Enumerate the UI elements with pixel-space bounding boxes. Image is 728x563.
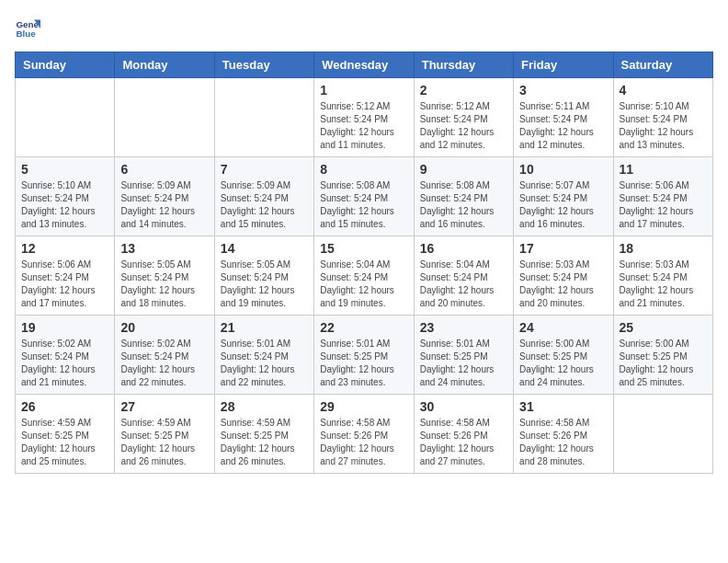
day-cell: 17Sunrise: 5:03 AM Sunset: 5:24 PM Dayli… (514, 236, 613, 316)
day-number: 18 (620, 241, 707, 256)
day-info: Sunrise: 4:58 AM Sunset: 5:26 PM Dayligh… (420, 417, 507, 468)
week-row-2: 5Sunrise: 5:10 AM Sunset: 5:24 PM Daylig… (16, 157, 713, 236)
day-cell: 25Sunrise: 5:00 AM Sunset: 5:25 PM Dayli… (613, 316, 712, 395)
day-number: 13 (120, 241, 208, 256)
day-cell (115, 78, 214, 157)
day-number: 2 (420, 83, 507, 98)
day-number: 28 (221, 399, 308, 414)
day-info: Sunrise: 5:01 AM Sunset: 5:25 PM Dayligh… (320, 338, 407, 389)
day-number: 3 (519, 83, 607, 98)
day-cell: 13Sunrise: 5:05 AM Sunset: 5:24 PM Dayli… (115, 236, 214, 316)
day-info: Sunrise: 5:12 AM Sunset: 5:24 PM Dayligh… (420, 100, 507, 152)
day-info: Sunrise: 5:01 AM Sunset: 5:25 PM Dayligh… (420, 338, 507, 389)
day-cell: 19Sunrise: 5:02 AM Sunset: 5:24 PM Dayli… (16, 316, 115, 395)
day-cell: 31Sunrise: 4:58 AM Sunset: 5:26 PM Dayli… (514, 395, 613, 474)
day-number: 1 (320, 83, 407, 98)
day-number: 15 (320, 241, 407, 256)
day-info: Sunrise: 5:02 AM Sunset: 5:24 PM Dayligh… (21, 338, 108, 389)
day-cell: 30Sunrise: 4:58 AM Sunset: 5:26 PM Dayli… (414, 395, 513, 474)
week-row-4: 19Sunrise: 5:02 AM Sunset: 5:24 PM Dayli… (16, 316, 713, 395)
day-cell: 22Sunrise: 5:01 AM Sunset: 5:25 PM Dayli… (314, 316, 414, 395)
day-cell: 11Sunrise: 5:06 AM Sunset: 5:24 PM Dayli… (613, 157, 712, 236)
day-number: 14 (221, 241, 308, 256)
day-info: Sunrise: 5:11 AM Sunset: 5:24 PM Dayligh… (519, 100, 607, 152)
day-info: Sunrise: 5:09 AM Sunset: 5:24 PM Dayligh… (221, 179, 308, 231)
day-number: 30 (420, 399, 507, 414)
day-number: 8 (320, 162, 407, 177)
day-info: Sunrise: 5:08 AM Sunset: 5:24 PM Dayligh… (320, 179, 407, 231)
day-cell: 18Sunrise: 5:03 AM Sunset: 5:24 PM Dayli… (613, 236, 712, 316)
day-info: Sunrise: 5:06 AM Sunset: 5:24 PM Dayligh… (21, 259, 108, 310)
calendar-body: 1Sunrise: 5:12 AM Sunset: 5:24 PM Daylig… (16, 78, 713, 474)
day-info: Sunrise: 5:10 AM Sunset: 5:24 PM Dayligh… (620, 100, 707, 152)
day-info: Sunrise: 5:04 AM Sunset: 5:24 PM Dayligh… (420, 259, 507, 310)
day-number: 16 (420, 241, 507, 256)
day-number: 5 (21, 162, 108, 177)
day-info: Sunrise: 4:59 AM Sunset: 5:25 PM Dayligh… (21, 417, 108, 468)
day-number: 20 (120, 320, 208, 335)
day-number: 25 (620, 320, 707, 335)
day-number: 19 (21, 320, 108, 335)
day-info: Sunrise: 5:09 AM Sunset: 5:24 PM Dayligh… (120, 179, 208, 231)
day-number: 12 (21, 241, 108, 256)
weekday-thursday: Thursday (414, 52, 513, 78)
weekday-sunday: Sunday (16, 52, 115, 78)
day-cell: 3Sunrise: 5:11 AM Sunset: 5:24 PM Daylig… (514, 78, 613, 157)
day-cell: 14Sunrise: 5:05 AM Sunset: 5:24 PM Dayli… (214, 236, 313, 316)
day-number: 21 (221, 320, 308, 335)
weekday-saturday: Saturday (613, 52, 712, 78)
day-cell: 26Sunrise: 4:59 AM Sunset: 5:25 PM Dayli… (16, 395, 115, 474)
day-number: 22 (320, 320, 407, 335)
day-cell: 8Sunrise: 5:08 AM Sunset: 5:24 PM Daylig… (314, 157, 414, 236)
calendar: SundayMondayTuesdayWednesdayThursdayFrid… (15, 52, 713, 474)
day-cell: 28Sunrise: 4:59 AM Sunset: 5:25 PM Dayli… (214, 395, 313, 474)
weekday-tuesday: Tuesday (214, 52, 313, 78)
day-number: 31 (519, 399, 607, 414)
day-info: Sunrise: 5:12 AM Sunset: 5:24 PM Dayligh… (320, 100, 407, 152)
day-cell: 12Sunrise: 5:06 AM Sunset: 5:24 PM Dayli… (16, 236, 115, 316)
day-info: Sunrise: 4:59 AM Sunset: 5:25 PM Dayligh… (221, 417, 308, 468)
day-number: 9 (420, 162, 507, 177)
day-info: Sunrise: 5:06 AM Sunset: 5:24 PM Dayligh… (620, 179, 707, 231)
day-info: Sunrise: 5:03 AM Sunset: 5:24 PM Dayligh… (620, 259, 707, 310)
day-cell (214, 78, 313, 157)
logo-icon: General Blue (15, 15, 40, 40)
day-cell: 10Sunrise: 5:07 AM Sunset: 5:24 PM Dayli… (514, 157, 613, 236)
week-row-1: 1Sunrise: 5:12 AM Sunset: 5:24 PM Daylig… (16, 78, 713, 157)
day-cell: 20Sunrise: 5:02 AM Sunset: 5:24 PM Dayli… (115, 316, 214, 395)
day-cell (16, 78, 115, 157)
day-cell: 4Sunrise: 5:10 AM Sunset: 5:24 PM Daylig… (613, 78, 712, 157)
header: General Blue (15, 15, 713, 40)
day-cell: 6Sunrise: 5:09 AM Sunset: 5:24 PM Daylig… (115, 157, 214, 236)
day-info: Sunrise: 5:01 AM Sunset: 5:24 PM Dayligh… (221, 338, 308, 389)
day-info: Sunrise: 5:05 AM Sunset: 5:24 PM Dayligh… (221, 259, 308, 310)
day-number: 7 (221, 162, 308, 177)
day-info: Sunrise: 5:05 AM Sunset: 5:24 PM Dayligh… (120, 259, 208, 310)
day-number: 11 (620, 162, 707, 177)
day-cell (613, 395, 712, 474)
weekday-wednesday: Wednesday (314, 52, 414, 78)
day-info: Sunrise: 5:04 AM Sunset: 5:24 PM Dayligh… (320, 259, 407, 310)
week-row-5: 26Sunrise: 4:59 AM Sunset: 5:25 PM Dayli… (16, 395, 713, 474)
day-cell: 1Sunrise: 5:12 AM Sunset: 5:24 PM Daylig… (314, 78, 414, 157)
day-number: 26 (21, 399, 108, 414)
day-cell: 15Sunrise: 5:04 AM Sunset: 5:24 PM Dayli… (314, 236, 414, 316)
weekday-monday: Monday (115, 52, 214, 78)
day-cell: 9Sunrise: 5:08 AM Sunset: 5:24 PM Daylig… (414, 157, 513, 236)
day-number: 6 (120, 162, 208, 177)
day-cell: 5Sunrise: 5:10 AM Sunset: 5:24 PM Daylig… (16, 157, 115, 236)
day-cell: 23Sunrise: 5:01 AM Sunset: 5:25 PM Dayli… (414, 316, 513, 395)
day-info: Sunrise: 5:00 AM Sunset: 5:25 PM Dayligh… (620, 338, 707, 389)
day-info: Sunrise: 5:08 AM Sunset: 5:24 PM Dayligh… (420, 179, 507, 231)
day-number: 23 (420, 320, 507, 335)
day-info: Sunrise: 4:59 AM Sunset: 5:25 PM Dayligh… (120, 417, 208, 468)
day-number: 29 (320, 399, 407, 414)
day-info: Sunrise: 4:58 AM Sunset: 5:26 PM Dayligh… (519, 417, 607, 468)
day-cell: 2Sunrise: 5:12 AM Sunset: 5:24 PM Daylig… (414, 78, 513, 157)
day-cell: 29Sunrise: 4:58 AM Sunset: 5:26 PM Dayli… (314, 395, 414, 474)
day-info: Sunrise: 5:00 AM Sunset: 5:25 PM Dayligh… (519, 338, 607, 389)
weekday-header: SundayMondayTuesdayWednesdayThursdayFrid… (16, 52, 713, 78)
day-cell: 24Sunrise: 5:00 AM Sunset: 5:25 PM Dayli… (514, 316, 613, 395)
day-number: 27 (120, 399, 208, 414)
day-cell: 7Sunrise: 5:09 AM Sunset: 5:24 PM Daylig… (214, 157, 313, 236)
